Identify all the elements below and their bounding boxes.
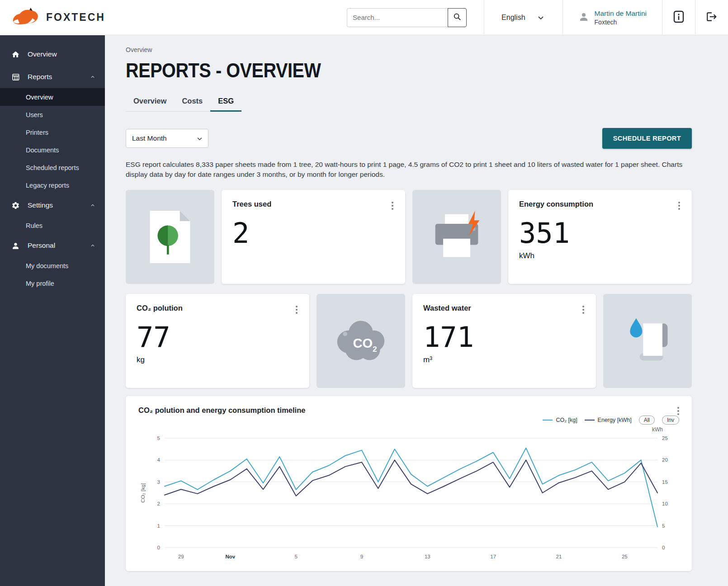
svg-text:2: 2 <box>373 345 377 354</box>
svg-text:25: 25 <box>662 435 668 441</box>
sidebar-item-reports-legacy-reports[interactable]: Legacy reports <box>0 176 105 194</box>
svg-text:10: 10 <box>662 501 668 506</box>
svg-text:Nov: Nov <box>225 554 235 559</box>
chart-toggle-all[interactable]: All <box>639 416 655 425</box>
sidebar-item-label: Overview <box>28 50 57 58</box>
stat-title: CO₂ polution <box>137 304 298 312</box>
chart-legend: CO₂ [kg]Energy [kWh]AllInv <box>138 416 679 425</box>
date-range-value: Last Month <box>132 134 167 142</box>
sidebar-item-label: Settings <box>28 201 53 209</box>
svg-text:15: 15 <box>662 479 668 485</box>
kebab-menu-icon[interactable] <box>389 201 396 213</box>
brand-logo[interactable]: FOXTECH <box>0 0 128 35</box>
svg-text:0: 0 <box>662 545 665 550</box>
chevron-up-icon <box>90 74 96 80</box>
stat-value: 2 <box>232 219 394 247</box>
legend-swatch <box>585 420 595 421</box>
person-icon <box>11 241 20 250</box>
svg-text:21: 21 <box>556 554 562 559</box>
sidebar-item-reports[interactable]: Reports <box>0 66 105 88</box>
user-name: Martin de Martini <box>595 9 647 18</box>
user-menu[interactable]: Martin de Martini Foxtech <box>563 0 662 35</box>
logout-icon <box>706 11 718 24</box>
kebab-menu-icon[interactable] <box>676 201 683 213</box>
legend-label: Energy [kWh] <box>598 417 632 423</box>
svg-text:5: 5 <box>157 435 160 441</box>
chevron-up-icon <box>90 242 96 249</box>
stat-card-trees-used: Trees used2 <box>222 190 405 284</box>
user-org: Foxtech <box>595 19 647 26</box>
kebab-menu-icon[interactable] <box>675 406 682 418</box>
main-content: Overview REPORTS - OVERVIEW OverviewCost… <box>105 35 728 585</box>
breadcrumb[interactable]: Overview <box>126 46 692 53</box>
sidebar-item-overview[interactable]: Overview <box>0 43 105 66</box>
top-bar: FOXTECH English Martin de Martini <box>0 0 728 35</box>
legend-swatch <box>543 420 553 421</box>
timeline-chart: 012345051015202529Nov5913172125CO₂ [kg] <box>138 433 679 565</box>
svg-text:1: 1 <box>157 523 160 529</box>
release-notes-button[interactable] <box>662 0 695 35</box>
sidebar-item-reports-scheduled-reports[interactable]: Scheduled reports <box>0 159 105 176</box>
sidebar-item-settings[interactable]: Settings <box>0 194 105 217</box>
page-title: REPORTS - OVERVIEW <box>126 59 321 82</box>
avatar-icon <box>578 11 589 24</box>
stat-unit <box>232 251 394 260</box>
stat-value: 77 <box>137 323 298 351</box>
tab-esg[interactable]: ESG <box>210 92 241 112</box>
tab-bar: OverviewCostsESG <box>126 92 241 112</box>
svg-text:5: 5 <box>662 523 665 529</box>
svg-text:25: 25 <box>622 554 628 559</box>
sidebar-item-reports-overview[interactable]: Overview <box>0 88 105 106</box>
stat-card-wasted-water: Wasted water171m³ <box>412 294 596 388</box>
kebab-menu-icon[interactable] <box>293 305 300 317</box>
chevron-down-icon <box>197 134 202 142</box>
sidebar: OverviewReportsOverviewUsersPrintersDocu… <box>0 35 105 586</box>
tab-overview[interactable]: Overview <box>126 92 174 112</box>
kebab-menu-icon[interactable] <box>580 305 587 317</box>
stat-unit: kg <box>137 355 298 364</box>
svg-text:CO₂ [kg]: CO₂ [kg] <box>140 483 146 502</box>
stat-card-co-polution: CO₂ polution77kg <box>126 294 309 388</box>
svg-text:13: 13 <box>425 554 430 559</box>
sidebar-item-label: Personal <box>28 241 55 250</box>
sidebar-item-personal-my-documents[interactable]: My documents <box>0 257 105 274</box>
language-select[interactable]: English <box>484 0 562 35</box>
legend-item-co-kg[interactable]: CO₂ [kg] <box>543 417 577 423</box>
schedule-report-button[interactable]: SCHEDULE REPORT <box>602 128 692 149</box>
co2-cloud-icon: CO2 <box>317 294 405 388</box>
sidebar-item-personal[interactable]: Personal <box>0 234 105 257</box>
search-input[interactable] <box>347 8 448 27</box>
logout-button[interactable] <box>695 0 728 35</box>
sidebar-item-reports-printers[interactable]: Printers <box>0 123 105 141</box>
reports-icon <box>11 73 20 81</box>
info-document-icon <box>673 10 684 25</box>
stat-cards: Trees used2Energy consumption351kWhCO₂ p… <box>126 190 692 388</box>
fox-logo-icon <box>11 6 41 29</box>
stat-unit: m³ <box>423 355 585 364</box>
legend-item-energy-kwh[interactable]: Energy [kWh] <box>585 417 632 423</box>
sidebar-item-reports-documents[interactable]: Documents <box>0 141 105 159</box>
chart-title: CO₂ polution and energy consumption time… <box>138 406 679 415</box>
svg-text:29: 29 <box>178 554 184 559</box>
tab-costs[interactable]: Costs <box>174 92 210 112</box>
search-button[interactable] <box>448 8 467 27</box>
sidebar-item-reports-users[interactable]: Users <box>0 106 105 123</box>
right-axis-unit: kWh <box>138 426 663 433</box>
home-icon <box>11 50 20 59</box>
gear-icon <box>11 201 20 210</box>
svg-text:17: 17 <box>490 554 496 559</box>
sidebar-item-settings-rules[interactable]: Rules <box>0 217 105 234</box>
stat-title: Trees used <box>232 200 394 208</box>
legend-label: CO₂ [kg] <box>556 417 577 423</box>
tree-paper-icon <box>126 190 214 284</box>
svg-text:9: 9 <box>360 554 363 559</box>
esg-description: ESG report calculates 8,333 paper sheets… <box>126 160 692 180</box>
stat-title: Energy consumption <box>519 200 681 208</box>
stat-unit: kWh <box>519 251 681 260</box>
svg-text:20: 20 <box>662 457 668 463</box>
sidebar-item-personal-my-profile[interactable]: My profile <box>0 274 105 292</box>
stat-value: 351 <box>519 219 681 247</box>
date-range-select[interactable]: Last Month <box>126 129 208 148</box>
printer-energy-icon <box>412 190 501 284</box>
svg-text:3: 3 <box>157 479 160 485</box>
